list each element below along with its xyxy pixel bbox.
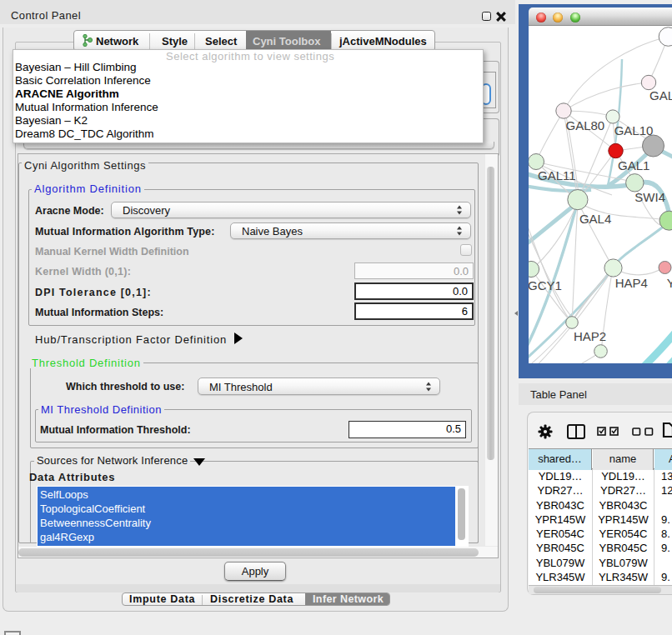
svg-text:GAL2: GAL2: [649, 88, 672, 102]
svg-text:SWI4: SWI4: [634, 190, 665, 204]
svg-text:HAP2: HAP2: [574, 329, 606, 343]
svg-text:GAL1: GAL1: [618, 158, 649, 172]
svg-text:HAP4: HAP4: [615, 276, 648, 290]
svg-text:GAL4: GAL4: [579, 212, 611, 226]
svg-text:GAL11: GAL11: [538, 168, 576, 182]
svg-text:GAL80: GAL80: [566, 118, 605, 132]
svg-text:GAL10: GAL10: [614, 123, 654, 138]
svg-text:GCY1: GCY1: [529, 278, 562, 292]
svg-text:Y: Y: [667, 276, 672, 290]
